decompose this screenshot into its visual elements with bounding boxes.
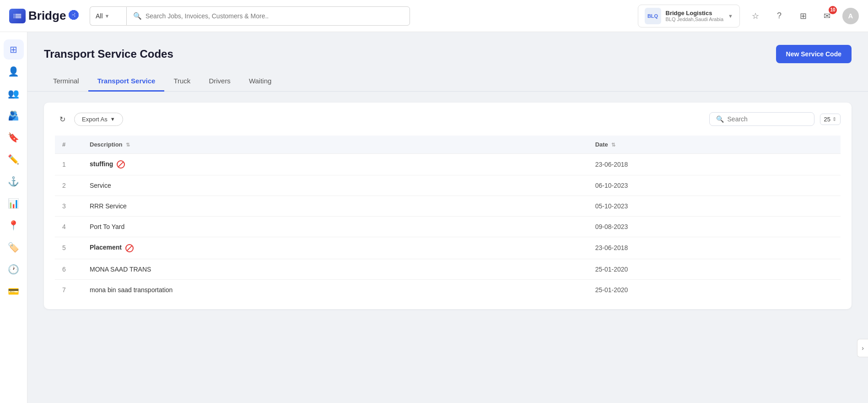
description-text: RRR Service [90, 202, 127, 210]
tab-terminal[interactable]: Terminal [44, 72, 88, 92]
logo-icon [9, 9, 26, 23]
cell-num: 3 [55, 196, 82, 217]
export-label: Export As [82, 116, 108, 123]
cell-date: 25-01-2020 [588, 259, 841, 279]
star-icon[interactable]: ☆ [747, 8, 764, 24]
sidebar-item-dashboard[interactable]: ⊞ [4, 39, 24, 60]
tabs-bar: Terminal Transport Service Truck Drivers… [27, 63, 868, 92]
grid-icon[interactable]: ⊞ [795, 8, 811, 24]
table-row[interactable]: 5Placement23-06-2018 [55, 237, 841, 259]
company-selector[interactable]: BLQ Bridge Logistics BLQ Jeddah,Saudi Ar… [638, 5, 740, 27]
content-area: ↻ Export As ▼ 🔍 25 ⇕ [44, 103, 852, 309]
description-text: stuffing [90, 160, 113, 168]
date-sort-icon: ⇅ [611, 142, 615, 147]
page-header: Transport Service Codes New Service Code [27, 32, 868, 63]
export-button[interactable]: Export As ▼ [74, 113, 123, 126]
cell-date: 23-06-2018 [588, 154, 841, 175]
page-title: Transport Service Codes [44, 48, 173, 60]
col-header-date[interactable]: Date ⇅ [588, 136, 841, 154]
table-header-row: # Description ⇅ Date ⇅ [55, 136, 841, 154]
description-text: Placement [90, 244, 122, 251]
sidebar-item-add-user[interactable]: 🫂 [4, 105, 24, 125]
table-row[interactable]: 7mona bin saad transportation25-01-2020 [55, 279, 841, 300]
cell-date: 23-06-2018 [588, 237, 841, 259]
tab-drivers[interactable]: Drivers [199, 72, 240, 92]
user-icon: 👤 [8, 66, 19, 77]
location-icon: 📍 [8, 220, 19, 231]
cell-description: Placement [82, 237, 588, 259]
search-bar: All ▼ 🔍 [90, 6, 410, 26]
sidebar-item-chart[interactable]: 📊 [4, 193, 24, 213]
col-header-description[interactable]: Description ⇅ [82, 136, 588, 154]
blocked-icon [125, 244, 134, 252]
collapse-icon: › [862, 344, 864, 352]
table-row[interactable]: 6MONA SAAD TRANS25-01-2020 [55, 259, 841, 279]
company-info: Bridge Logistics BLQ Jeddah,Saudi Arabia [666, 10, 724, 22]
refresh-button[interactable]: ↻ [55, 112, 70, 126]
sidebar: ⊞ 👤 👥 🫂 🔖 ✏️ ⚓ 📊 📍 🏷️ 🕐 [0, 32, 27, 403]
tag-icon: 🏷️ [8, 242, 19, 253]
page-size-selector[interactable]: 25 ⇕ [820, 114, 841, 125]
table-row[interactable]: 3RRR Service05-10-2023 [55, 196, 841, 217]
avatar[interactable]: A [842, 8, 859, 24]
clock-icon: 🕐 [8, 264, 19, 275]
export-chevron-icon: ▼ [110, 116, 115, 122]
global-search-input[interactable] [146, 12, 403, 20]
tab-truck[interactable]: Truck [164, 72, 199, 92]
sidebar-item-card[interactable]: 💳 [4, 281, 24, 301]
sidebar-item-bookmark[interactable]: 🔖 [4, 127, 24, 147]
page-size-value: 25 [824, 116, 830, 123]
toolbar-right: 🔍 25 ⇕ [709, 112, 841, 126]
col-header-num: # [55, 136, 82, 154]
new-service-code-button[interactable]: New Service Code [776, 45, 852, 63]
cell-date: 25-01-2020 [588, 279, 841, 300]
description-sort-icon: ⇅ [126, 142, 130, 147]
cell-num: 4 [55, 217, 82, 237]
top-nav: Bridge 🅑 All ▼ 🔍 BLQ Bridge Logistics BL… [0, 0, 868, 32]
search-filter-dropdown[interactable]: All ▼ [90, 6, 126, 26]
sidebar-item-anchor[interactable]: ⚓ [4, 171, 24, 191]
global-search-wrap: 🔍 [126, 6, 410, 26]
logo-area: Bridge 🅑 [9, 9, 82, 23]
table-wrap: # Description ⇅ Date ⇅ [55, 136, 841, 300]
table-search-input[interactable] [728, 115, 808, 123]
company-sub: BLQ Jeddah,Saudi Arabia [666, 16, 724, 22]
page-size-arrows: ⇕ [832, 116, 836, 122]
blocked-icon [117, 160, 125, 169]
nav-right: BLQ Bridge Logistics BLQ Jeddah,Saudi Ar… [638, 5, 859, 27]
table-search-box: 🔍 [709, 112, 814, 126]
add-user-icon: 🫂 [8, 110, 19, 121]
service-codes-table: # Description ⇅ Date ⇅ [55, 136, 841, 300]
sidebar-item-group[interactable]: 👥 [4, 83, 24, 103]
sidebar-item-user[interactable]: 👤 [4, 61, 24, 82]
table-row[interactable]: 2Service06-10-2023 [55, 175, 841, 196]
search-filter-label: All [96, 12, 103, 20]
tab-transport-service[interactable]: Transport Service [88, 72, 165, 92]
group-icon: 👥 [8, 88, 19, 99]
sidebar-item-location[interactable]: 📍 [4, 215, 24, 235]
search-icon: 🔍 [133, 12, 142, 20]
sidebar-item-clock[interactable]: 🕐 [4, 259, 24, 279]
table-row[interactable]: 1stuffing23-06-2018 [55, 154, 841, 175]
description-text: MONA SAAD TRANS [90, 266, 151, 273]
layout: ⊞ 👤 👥 🫂 🔖 ✏️ ⚓ 📊 📍 🏷️ 🕐 [0, 32, 868, 403]
dashboard-icon: ⊞ [10, 44, 17, 55]
tab-waiting[interactable]: Waiting [240, 72, 280, 92]
logo-text: Bridge [28, 9, 66, 23]
help-icon[interactable]: ? [771, 8, 787, 24]
toolbar: ↻ Export As ▼ 🔍 25 ⇕ [55, 112, 841, 126]
toolbar-left: ↻ Export As ▼ [55, 112, 123, 126]
card-icon: 💳 [8, 286, 19, 297]
cell-num: 6 [55, 259, 82, 279]
cell-description: Port To Yard [82, 217, 588, 237]
anchor-icon: ⚓ [8, 176, 19, 187]
main-content: Transport Service Codes New Service Code… [27, 32, 868, 403]
sidebar-item-edit[interactable]: ✏️ [4, 149, 24, 169]
table-row[interactable]: 4Port To Yard09-08-2023 [55, 217, 841, 237]
sidebar-item-tag[interactable]: 🏷️ [4, 237, 24, 257]
collapse-sidebar-button[interactable]: › [857, 339, 868, 357]
cell-num: 7 [55, 279, 82, 300]
description-text: Service [90, 182, 111, 189]
table-search-icon: 🔍 [716, 115, 724, 123]
cell-num: 2 [55, 175, 82, 196]
